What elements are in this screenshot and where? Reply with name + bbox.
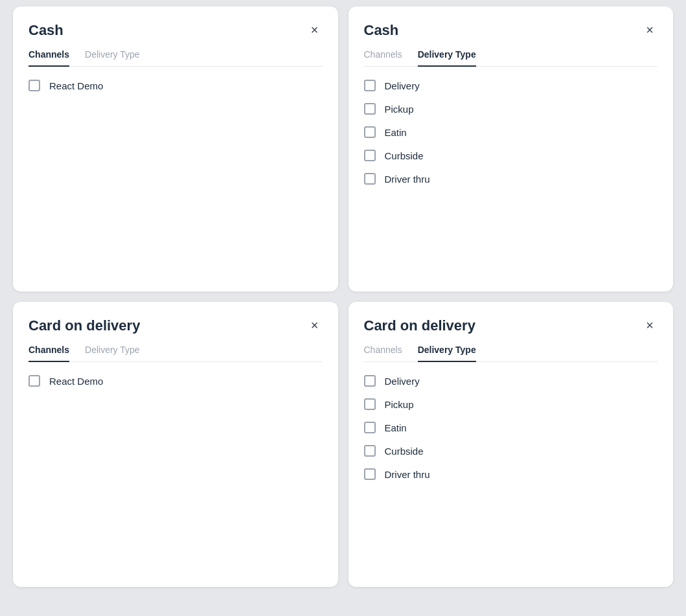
tab-delivery-type[interactable]: Delivery Type: [85, 345, 140, 361]
checkbox-label: Eatin: [385, 422, 407, 433]
list-item: Eatin: [364, 126, 658, 138]
list-item: Pickup: [364, 103, 658, 115]
close-button[interactable]: ×: [307, 22, 323, 38]
list-item: Driver thru: [364, 468, 658, 480]
card-title: Card on delivery: [364, 317, 475, 334]
checkbox-input[interactable]: [29, 80, 40, 91]
checkbox-input[interactable]: [364, 422, 376, 433]
list-item: Pickup: [364, 398, 658, 410]
list-item: Driver thru: [364, 173, 658, 185]
tabs-container: ChannelsDelivery Type: [29, 49, 323, 67]
checkbox-input[interactable]: [364, 445, 376, 457]
checkbox-label: Curbside: [385, 446, 424, 457]
main-grid: Cash×ChannelsDelivery TypeReact DemoCash…: [0, 0, 686, 616]
card-cash-delivery: Cash×ChannelsDelivery TypeDeliveryPickup…: [349, 6, 674, 291]
tabs-container: ChannelsDelivery Type: [364, 345, 658, 362]
card-title: Card on delivery: [29, 317, 140, 334]
card-title: Cash: [29, 22, 63, 39]
close-button[interactable]: ×: [307, 317, 323, 333]
list-item: Curbside: [364, 445, 658, 457]
tabs-container: ChannelsDelivery Type: [29, 345, 323, 362]
checkbox-list: React Demo: [29, 80, 323, 91]
list-item: React Demo: [29, 375, 323, 387]
checkbox-label: Pickup: [385, 104, 414, 115]
checkbox-label: React Demo: [49, 80, 103, 91]
checkbox-list: DeliveryPickupEatinCurbsideDriver thru: [364, 80, 658, 185]
checkbox-input[interactable]: [364, 398, 376, 410]
checkbox-list: DeliveryPickupEatinCurbsideDriver thru: [364, 375, 658, 480]
checkbox-input[interactable]: [364, 80, 376, 91]
card-cod-channels: Card on delivery×ChannelsDelivery TypeRe…: [13, 302, 338, 587]
checkbox-label: Pickup: [385, 399, 414, 410]
close-button[interactable]: ×: [642, 22, 657, 38]
checkbox-label: Eatin: [385, 127, 407, 138]
tab-delivery-type[interactable]: Delivery Type: [85, 49, 140, 66]
tab-delivery-type[interactable]: Delivery Type: [418, 49, 476, 66]
tab-channels[interactable]: Channels: [364, 49, 402, 66]
checkbox-input[interactable]: [364, 468, 376, 480]
list-item: Delivery: [364, 375, 658, 387]
checkbox-input[interactable]: [364, 126, 376, 138]
checkbox-label: Delivery: [385, 376, 420, 387]
card-cod-delivery: Card on delivery×ChannelsDelivery TypeDe…: [349, 302, 674, 587]
list-item: Curbside: [364, 150, 658, 161]
checkbox-label: Driver thru: [385, 469, 430, 480]
list-item: Delivery: [364, 80, 658, 91]
card-header: Card on delivery×: [29, 317, 323, 334]
checkbox-input[interactable]: [364, 103, 376, 115]
card-header: Cash×: [29, 22, 323, 39]
checkbox-input[interactable]: [364, 375, 376, 387]
checkbox-input[interactable]: [364, 173, 376, 185]
list-item: Eatin: [364, 422, 658, 433]
checkbox-input[interactable]: [29, 375, 40, 387]
checkbox-label: Curbside: [385, 150, 424, 161]
checkbox-label: React Demo: [49, 376, 103, 387]
checkbox-input[interactable]: [364, 150, 376, 161]
tab-channels[interactable]: Channels: [29, 345, 69, 361]
tab-channels[interactable]: Channels: [364, 345, 402, 361]
card-header: Cash×: [364, 22, 658, 39]
card-header: Card on delivery×: [364, 317, 658, 334]
tabs-container: ChannelsDelivery Type: [364, 49, 658, 67]
tab-channels[interactable]: Channels: [29, 49, 69, 66]
checkbox-list: React Demo: [29, 375, 323, 387]
card-cash-channels: Cash×ChannelsDelivery TypeReact Demo: [13, 6, 338, 291]
tab-delivery-type[interactable]: Delivery Type: [418, 345, 476, 361]
checkbox-label: Driver thru: [385, 174, 430, 185]
checkbox-label: Delivery: [385, 80, 420, 91]
card-title: Cash: [364, 22, 399, 39]
list-item: React Demo: [29, 80, 323, 91]
close-button[interactable]: ×: [642, 317, 657, 333]
